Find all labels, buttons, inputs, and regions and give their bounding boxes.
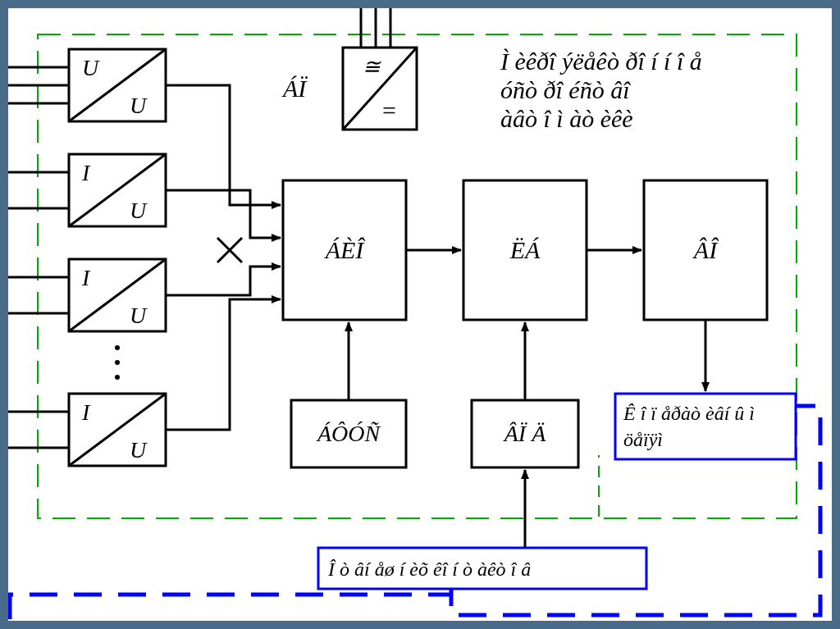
svg-point-32: [115, 375, 120, 380]
svg-text:U: U: [130, 437, 148, 463]
svg-text:U: U: [130, 303, 148, 328]
bio-label: ÁÈÎ: [324, 236, 366, 263]
external-contacts-text: Î ò âí åø í èõ êî í ò àêò î â: [327, 558, 531, 580]
sensor-0: U U: [8, 49, 166, 121]
svg-text:U: U: [130, 93, 148, 118]
vpd-label: ÂÏ Ä: [503, 421, 546, 446]
svg-text:I: I: [81, 265, 91, 290]
svg-text:I: I: [81, 399, 91, 425]
svg-point-30: [115, 345, 120, 350]
title-text: Ì èêðî ýëåêò ðî í í î å óñò ðî éñò âî àâ…: [500, 48, 708, 132]
sensor-3: I U: [8, 394, 166, 466]
svg-text:I: I: [81, 160, 91, 185]
bp-bottom-symbol: =: [382, 97, 396, 124]
bp-block: ≅ =: [343, 8, 417, 130]
svg-text:U: U: [130, 198, 148, 223]
svg-text:U: U: [82, 55, 100, 80]
sensor-2: I U: [8, 259, 166, 331]
bp-label: ÁÏ: [281, 75, 308, 102]
svg-point-31: [115, 360, 120, 365]
vo-label: ÂÎ: [692, 236, 719, 263]
ellipsis: [115, 345, 120, 380]
bp-top-symbol: ≅: [363, 55, 381, 79]
afus-label: ÁÔÓÑ: [316, 421, 381, 446]
sensor-1: I U: [8, 154, 166, 226]
sensor-bus: [166, 85, 281, 430]
eb-label: ËÁ: [509, 236, 541, 263]
